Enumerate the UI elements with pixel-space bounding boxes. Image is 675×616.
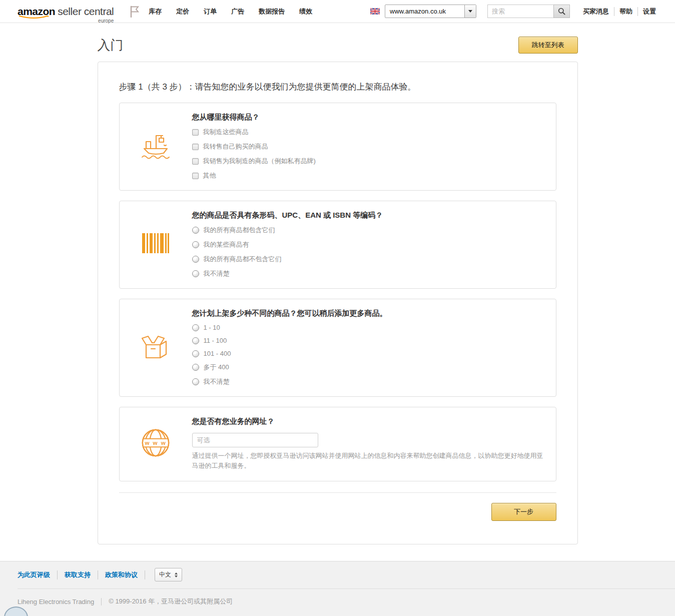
help-link[interactable]: 帮助	[614, 7, 638, 16]
option-count-1-10[interactable]: 1 - 10	[192, 324, 546, 331]
amazon-seller-central-logo[interactable]: amazon seller central europe	[18, 6, 114, 18]
next-step-button[interactable]: 下一步	[491, 503, 556, 521]
card-product-count-body: 您计划上架多少种不同的商品？您可以稍后添加更多商品。 1 - 10 11 - 1…	[192, 306, 546, 386]
question-barcodes: 您的商品是否具有条形码、UPC、EAN 或 ISBN 等编码？	[192, 211, 546, 220]
nav-item-pricing[interactable]: 定价	[176, 7, 189, 16]
nav-item-orders[interactable]: 订单	[204, 7, 217, 16]
website-url-help-text: 通过提供一个网址，您即授权亚马逊访问该网站并使用网站上的信息和内容来帮助您创建商…	[192, 451, 546, 471]
radio-button[interactable]	[192, 256, 199, 263]
card-product-source-body: 您从哪里获得商品？ 我制造这些商品 我转售自己购买的商品 我销售为我制造的商品（…	[192, 110, 546, 180]
radio-button[interactable]	[192, 364, 199, 371]
radio-button[interactable]	[192, 270, 199, 277]
buyer-messages-link[interactable]: 买家消息	[578, 7, 614, 16]
barcode-icon	[120, 233, 192, 253]
rate-this-page-link[interactable]: 为此页评级	[18, 570, 58, 579]
nav-item-performance[interactable]: 绩效	[299, 7, 312, 16]
policies-agreements-link[interactable]: 政策和协议	[98, 570, 145, 579]
radio-button[interactable]	[192, 241, 199, 248]
website-url-input[interactable]	[192, 433, 318, 447]
checkbox[interactable]	[192, 144, 199, 150]
option-i-resell[interactable]: 我转售自己购买的商品	[192, 142, 546, 151]
radio-button[interactable]	[192, 337, 199, 344]
option-count-unsure[interactable]: 我不清楚	[192, 377, 546, 386]
card-barcodes-body: 您的商品是否具有条形码、UPC、EAN 或 ISBN 等编码？ 我的所有商品都包…	[192, 208, 546, 278]
search-icon	[558, 8, 565, 15]
option-all-have-codes[interactable]: 我的所有商品都包含它们	[192, 226, 546, 235]
search-input[interactable]	[487, 5, 553, 18]
open-box-icon	[120, 332, 192, 360]
search-button[interactable]	[553, 5, 570, 18]
card-website-url: w w w 您是否有您业务的网址？ 通过提供一个网址，您即授权亚马逊访问该网站并…	[119, 407, 556, 481]
option-count-101-400[interactable]: 101 - 400	[192, 350, 546, 357]
logo-region-text: europe	[98, 18, 114, 24]
checkbox[interactable]	[192, 129, 199, 136]
radio-button[interactable]	[192, 227, 199, 234]
card-product-count: 您计划上架多少种不同的商品？您可以稍后添加更多商品。 1 - 10 11 - 1…	[119, 299, 556, 397]
logo-seller-central-text: seller central	[58, 6, 114, 18]
option-other[interactable]: 其他	[192, 171, 546, 180]
amazon-smile-icon	[19, 16, 50, 20]
marketplace-selector[interactable]: www.amazon.co.uk	[385, 5, 476, 18]
option-codes-unsure[interactable]: 我不清楚	[192, 269, 546, 278]
checkbox[interactable]	[192, 173, 199, 179]
cargo-ship-icon	[120, 130, 192, 160]
marketplace-dropdown-button[interactable]	[464, 5, 476, 18]
jump-to-listing-button[interactable]: 跳转至列表	[518, 37, 578, 54]
pennant-flag-icon	[130, 5, 140, 18]
seller-company-name: Liheng Electronics Trading	[18, 598, 102, 605]
main-nav: 库存 定价 订单 广告 数据报告 绩效	[149, 7, 312, 16]
card-product-source: 您从哪里获得商品？ 我制造这些商品 我转售自己购买的商品 我销售为我制造的商品（…	[119, 103, 556, 191]
radio-button[interactable]	[192, 378, 199, 385]
copyright-text: © 1999-2016 年，亚马逊公司或其附属公司	[102, 597, 233, 606]
page-footer: 为此页评级 获取支持 政策和协议 中文 Liheng Electronics T…	[0, 561, 675, 616]
nav-item-inventory[interactable]: 库存	[149, 7, 162, 16]
svg-text:w w w: w w w	[144, 439, 166, 446]
card-barcodes: 您的商品是否具有条形码、UPC、EAN 或 ISBN 等编码？ 我的所有商品都包…	[119, 201, 556, 289]
step-heading: 步骤 1（共 3 步）：请告知您的业务以便我们为您提供更简便的上架商品体验。	[119, 81, 556, 93]
header-search	[487, 5, 570, 18]
get-support-link[interactable]: 获取支持	[58, 570, 98, 579]
wizard-footer: 下一步	[119, 492, 556, 521]
footer-divider	[18, 588, 675, 589]
nav-item-advertising[interactable]: 广告	[231, 7, 244, 16]
globe-www-icon: w w w	[120, 427, 192, 458]
wizard-panel: 步骤 1（共 3 步）：请告知您的业务以便我们为您提供更简便的上架商品体验。 您…	[98, 62, 578, 544]
top-navigation-bar: amazon seller central europe 库存 定价 订单 广告…	[0, 0, 675, 23]
footer-bottom-row: Liheng Electronics Trading © 1999-2016 年…	[18, 597, 675, 606]
page-header: 入门 跳转至列表	[98, 37, 578, 53]
nav-item-reports[interactable]: 数据报告	[259, 7, 285, 16]
settings-link[interactable]: 设置	[638, 7, 661, 16]
footer-links-row: 为此页评级 获取支持 政策和协议 中文	[18, 568, 675, 581]
updown-arrows-icon	[175, 572, 178, 577]
checkbox[interactable]	[192, 158, 199, 165]
language-selector[interactable]: 中文	[155, 568, 182, 581]
page-title: 入门	[98, 37, 124, 54]
radio-button[interactable]	[192, 324, 199, 331]
marketplace-selected-value: www.amazon.co.uk	[385, 5, 464, 18]
radio-button[interactable]	[192, 350, 199, 357]
question-product-count: 您计划上架多少种不同的商品？您可以稍后添加更多商品。	[192, 309, 546, 318]
topbar-links: 买家消息 帮助 设置	[578, 7, 661, 16]
language-selected-value: 中文	[159, 570, 171, 579]
option-some-have-codes[interactable]: 我的某些商品有	[192, 240, 546, 249]
option-none-have-codes[interactable]: 我的所有商品都不包含它们	[192, 255, 546, 264]
option-count-over-400[interactable]: 多于 400	[192, 363, 546, 372]
chevron-down-icon	[468, 10, 472, 13]
topbar-right-cluster: www.amazon.co.uk 买家消息 帮助 设置	[370, 5, 661, 18]
option-count-11-100[interactable]: 11 - 100	[192, 337, 546, 344]
uk-flag-icon	[370, 8, 380, 15]
question-website-url: 您是否有您业务的网址？	[192, 417, 546, 426]
option-private-label[interactable]: 我销售为我制造的商品（例如私有品牌)	[192, 157, 546, 166]
question-product-source: 您从哪里获得商品？	[192, 113, 546, 122]
option-i-manufacture[interactable]: 我制造这些商品	[192, 128, 546, 137]
card-website-url-body: 您是否有您业务的网址？ 通过提供一个网址，您即授权亚马逊访问该网站并使用网站上的…	[192, 414, 546, 471]
